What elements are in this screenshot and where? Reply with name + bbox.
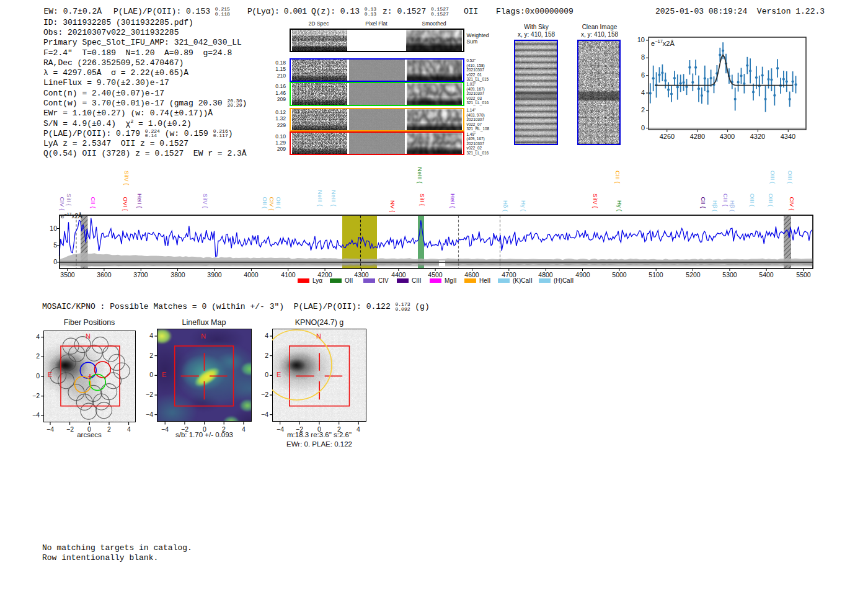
- svg-text:Hβ (: Hβ (: [712, 200, 719, 212]
- svg-text:OIII (: OIII (: [787, 171, 794, 184]
- svg-text:SiIV {: SiIV {: [592, 193, 599, 208]
- svg-text:CIII {: CIII {: [614, 171, 621, 184]
- svg-text:CII {: CII {: [700, 197, 707, 209]
- svg-text:NeIII {: NeIII {: [330, 190, 337, 207]
- svg-text:SiII {: SiII {: [66, 193, 73, 207]
- svg-text:OII (: OII (: [275, 197, 282, 209]
- svg-text:SiII {: SiII {: [419, 193, 426, 207]
- svg-text:CII {: CII {: [90, 197, 97, 209]
- svg-text:NeIII {: NeIII {: [317, 190, 324, 207]
- svg-text:OII (: OII (: [262, 197, 268, 209]
- svg-text:NV {: NV {: [389, 200, 396, 213]
- svg-text:OIII (: OIII (: [769, 171, 776, 184]
- svg-text:CIV {: CIV {: [59, 197, 66, 211]
- svg-text:SiIV {: SiIV {: [202, 193, 209, 208]
- svg-text:Hγ (: Hγ (: [520, 200, 527, 211]
- svg-text:Hγ (: Hγ (: [616, 200, 623, 211]
- svg-text:CIII {: CIII {: [722, 193, 729, 207]
- svg-text:SiIV {: SiIV {: [123, 171, 130, 185]
- svg-text:OIII (: OIII (: [749, 193, 756, 207]
- svg-text:CIV {: CIV {: [789, 197, 795, 211]
- svg-text:CIV {: CIV {: [268, 197, 275, 211]
- svg-text:OVI {: OVI {: [122, 197, 129, 211]
- svg-text:HeII {: HeII {: [136, 193, 143, 208]
- svg-text:NeIII {: NeIII {: [417, 167, 423, 184]
- svg-text:Hδ (: Hδ (: [502, 200, 509, 212]
- svg-text:OIII (: OIII (: [768, 193, 774, 207]
- svg-text:HeII {: HeII {: [450, 193, 456, 208]
- svg-text:Hβ (: Hβ (: [729, 200, 736, 212]
